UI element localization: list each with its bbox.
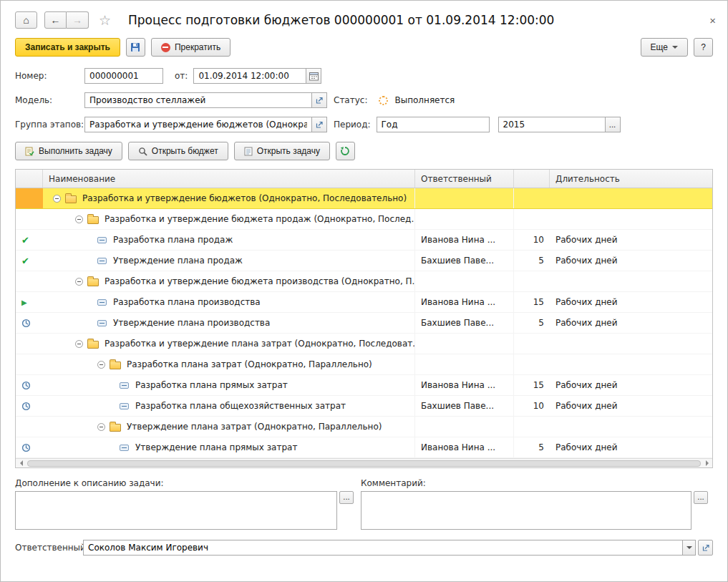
open-link-icon [315, 96, 324, 105]
refresh-button[interactable] [336, 142, 355, 160]
collapse-minus-icon[interactable] [53, 195, 61, 203]
header-name-column[interactable]: Наименование [43, 170, 415, 188]
save-and-close-button[interactable]: Записать и закрыть [15, 38, 120, 57]
collapse-minus-icon[interactable] [97, 361, 105, 369]
table-row[interactable]: Утверждение плана прямых затратИванова Н… [16, 437, 712, 458]
folder-icon [65, 195, 77, 203]
horizontal-scrollbar[interactable] [16, 458, 712, 467]
table-row[interactable]: ✔Разработка плана продажИванова Нина ...… [16, 230, 712, 251]
task-description-textarea[interactable] [15, 491, 337, 530]
pending-clock-icon [21, 319, 31, 328]
row-duration-cell [514, 188, 550, 208]
collapse-minus-icon[interactable] [97, 423, 105, 431]
row-name-cell: Утверждение плана производства [43, 313, 415, 333]
period-kind-input[interactable] [377, 117, 490, 132]
stage-group-input[interactable] [84, 117, 312, 132]
header-status-column[interactable] [16, 170, 43, 188]
row-name-cell: Разработка и утверждение бюджетов (Однок… [43, 188, 415, 208]
row-name-cell: Разработка и утверждение бюджета произво… [43, 271, 415, 291]
scrollbar-thumb[interactable] [27, 460, 701, 467]
save-button[interactable] [126, 38, 145, 57]
nav-history-group: ← → [44, 11, 89, 29]
scroll-right-button[interactable] [702, 459, 712, 467]
scroll-left-button[interactable] [16, 459, 26, 467]
row-name-cell: Разработка и утверждение бюджета продаж … [43, 209, 415, 229]
collapse-minus-icon[interactable] [75, 278, 83, 286]
execute-task-button[interactable]: Выполнить задачу [15, 142, 122, 160]
open-link-icon [315, 120, 324, 129]
table-row[interactable]: Разработка и утверждение бюджета продаж … [16, 209, 712, 230]
stop-process-button[interactable]: Прекратить [151, 38, 230, 57]
open-task-button[interactable]: Открыть задачу [234, 142, 330, 160]
stop-button-label: Прекратить [175, 42, 220, 52]
header-duration-number-column[interactable] [514, 170, 550, 188]
task-description-expand-button[interactable]: ... [339, 491, 354, 504]
number-input[interactable] [84, 68, 163, 84]
help-button[interactable]: ? [694, 38, 713, 57]
back-button[interactable]: ← [44, 11, 67, 29]
calendar-button[interactable] [306, 68, 321, 84]
table-row[interactable]: Утверждение плана производстваБахшиев Па… [16, 313, 712, 334]
header-duration-column[interactable]: Длительность [550, 170, 712, 188]
responsible-open-button[interactable] [698, 540, 713, 556]
close-button[interactable]: × [709, 14, 716, 26]
comment-expand-button[interactable]: ... [694, 491, 708, 504]
period-year-input[interactable] [498, 117, 606, 132]
pending-clock-icon [21, 402, 31, 411]
task-marker-icon [120, 382, 129, 389]
model-input[interactable] [84, 92, 312, 108]
home-button[interactable]: ⌂ [15, 11, 37, 29]
responsible-input[interactable] [83, 540, 682, 556]
responsible-dropdown-button[interactable] [682, 540, 696, 556]
stage-group-name: Разработка и утверждение бюджета произво… [105, 276, 415, 286]
collapse-minus-icon[interactable] [75, 340, 83, 348]
table-row[interactable]: Разработка и утверждение плана затрат (О… [16, 334, 712, 354]
execute-task-label: Выполнить задачу [39, 146, 112, 156]
table-row[interactable]: Разработка и утверждение бюджетов (Однок… [16, 188, 712, 209]
task-marker-icon [97, 299, 107, 306]
table-row[interactable]: Разработка и утверждение бюджета произво… [16, 271, 712, 292]
favorite-star-button[interactable]: ☆ [99, 12, 111, 29]
task-marker-icon [97, 237, 107, 243]
row-duration-unit-cell [550, 209, 712, 229]
budget-process-window: ⌂ ← → ☆ Процесс подготовки бюджетов 0000… [0, 0, 728, 582]
status-label: Статус: [334, 95, 367, 105]
row-duration-unit-cell: Рабочих дней [550, 375, 712, 395]
row-name-cell: Разработка плана производства [43, 292, 415, 312]
row-name-cell: Разработка плана продаж [43, 230, 415, 250]
model-open-button[interactable] [312, 92, 327, 108]
task-name: Разработка плана производства [113, 297, 261, 307]
table-row[interactable]: Разработка плана затрат (Однократно, Пар… [16, 354, 712, 375]
collapse-minus-icon[interactable] [75, 215, 83, 223]
row-status-cell: ✔ [16, 230, 43, 250]
comment-textarea[interactable] [361, 491, 691, 530]
task-name: Разработка плана прямых затрат [135, 380, 288, 390]
execute-task-icon [25, 147, 34, 156]
date-input[interactable] [193, 68, 306, 84]
table-row[interactable]: ▶Разработка плана производстваИванова Ни… [16, 292, 712, 313]
stage-group-input-group [84, 117, 327, 132]
responsible-combo [83, 540, 696, 556]
comment-block: Комментарий: ... [361, 478, 708, 530]
row-name-cell: Разработка и утверждение плана затрат (О… [43, 334, 415, 354]
stage-group-open-button[interactable] [312, 117, 327, 132]
table-row[interactable]: Утверждение плана затрат (Однократно, Па… [16, 417, 712, 437]
table-row[interactable]: ✔Утверждение плана продажБахшиев Паве...… [16, 251, 712, 271]
folder-icon [110, 424, 121, 432]
row-name-cell: Утверждение плана прямых затрат [43, 437, 415, 457]
forward-button[interactable]: → [67, 11, 89, 29]
row-duration-unit-cell [550, 271, 712, 291]
open-budget-button[interactable]: Открыть бюджет [128, 142, 228, 160]
table-row[interactable]: Разработка плана общехозяйственных затра… [16, 396, 712, 417]
more-button[interactable]: Еще [641, 38, 688, 57]
header-responsible-column[interactable]: Ответственный [415, 170, 514, 188]
status-value: Выполняется [394, 95, 455, 105]
task-description-block: Дополнение к описанию задачи: ... [15, 478, 354, 530]
ellipsis-icon: ... [697, 494, 704, 501]
task-marker-icon [97, 258, 107, 264]
row-duration-cell: 10 [514, 396, 550, 416]
folder-icon [87, 216, 99, 224]
table-row[interactable]: Разработка плана прямых затратИванова Ни… [16, 375, 712, 396]
period-year-select-button[interactable]: ... [606, 117, 621, 132]
row-duration-unit-cell: Рабочих дней [550, 251, 712, 271]
